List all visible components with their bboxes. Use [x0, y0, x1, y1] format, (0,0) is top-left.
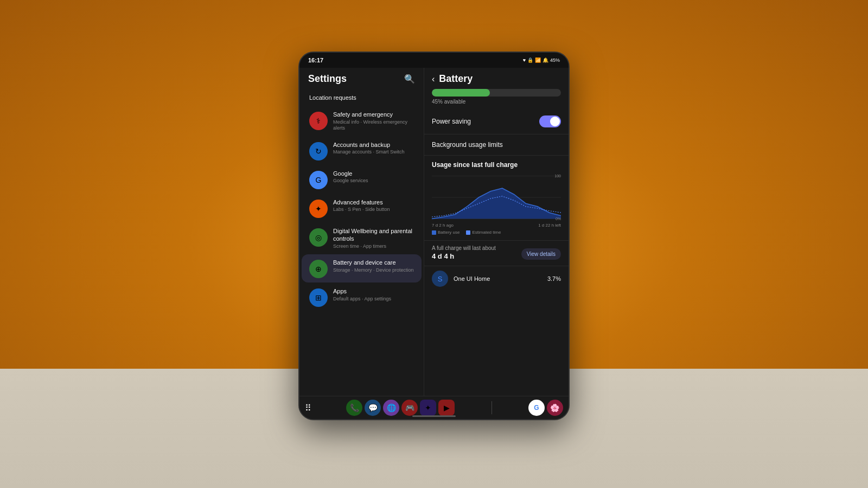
- sidebar-item-location[interactable]: Location requests: [302, 89, 422, 106]
- item-title-google: Google: [333, 170, 414, 177]
- battery-panel: ‹ Battery 45% available Power saving: [424, 68, 569, 396]
- dock-divider: [492, 401, 492, 414]
- screen-content: Settings 🔍 Location requests ⚕ Safe: [299, 68, 569, 396]
- background-usage-label: Background usage limits: [432, 141, 503, 149]
- settings-header: Settings 🔍: [299, 68, 424, 89]
- legend-label-estimated: Estimated time: [472, 230, 501, 235]
- status-time: 16:17: [308, 57, 323, 63]
- battery-bar-fill: [432, 89, 490, 97]
- settings-panel: Settings 🔍 Location requests ⚕ Safe: [299, 68, 424, 396]
- legend-dot-battery: [432, 230, 436, 235]
- sound-icon: 🔔: [542, 57, 548, 63]
- item-text-accounts: Accounts and backup Manage accounts · Sm…: [333, 141, 414, 156]
- item-title-safety: Safety and emergency: [333, 111, 414, 118]
- settings-list: Location requests ⚕ Safety and emergency…: [299, 89, 424, 396]
- chart-svg: [432, 173, 561, 222]
- battery-icon: ⊕: [309, 260, 328, 278]
- item-title-digital-wellbeing: Digital Wellbeing and parental controls: [333, 227, 414, 243]
- item-subtitle-apps: Default apps · App settings: [333, 296, 414, 303]
- phone-wrapper: 16:17 ♥ 🔒 📶 🔔 45% Settings 🔍: [298, 52, 570, 420]
- sidebar-item-accounts[interactable]: ↻ Accounts and backup Manage accounts · …: [302, 137, 422, 165]
- app-usage-item-oneui[interactable]: S One UI Home 3.7%: [424, 266, 569, 291]
- dock-apps: 📞 💬 🌐 🎮 ✦ ▶: [346, 400, 455, 416]
- dock-apps-right: G 🌸: [528, 400, 563, 416]
- item-subtitle-battery: Storage · Memory · Device protection: [333, 267, 414, 274]
- item-title-apps: Apps: [333, 287, 414, 295]
- status-bar: 16:17 ♥ 🔒 📶 🔔 45%: [299, 53, 569, 68]
- full-charge-section: A full charge will last about 4 d 4 h Vi…: [424, 240, 569, 266]
- oneui-app-name: One UI Home: [454, 275, 542, 282]
- chart-x-start: 7 d 2 h ago: [432, 223, 454, 228]
- back-button[interactable]: ‹: [432, 74, 435, 84]
- battery-available-label: 45% available: [432, 99, 561, 105]
- item-text-safety: Safety and emergency Medical info · Wire…: [333, 111, 414, 132]
- chart-y-max: 100: [554, 174, 561, 178]
- power-saving-label: Power saving: [432, 118, 471, 125]
- usage-section: Usage since last full charge 100: [424, 156, 569, 240]
- sidebar-item-advanced[interactable]: ✦ Advanced features Labs · S Pen · Side …: [302, 194, 422, 222]
- battery-progress-section: 45% available: [424, 89, 569, 109]
- apps-icon: ⊞: [309, 288, 328, 307]
- signal-icon: 📶: [535, 57, 541, 63]
- battery-percent-indicator: 45%: [550, 57, 560, 63]
- heart-icon: ♥: [523, 57, 526, 63]
- view-details-button[interactable]: View details: [521, 248, 561, 260]
- battery-chart: 100 0%: [432, 173, 561, 222]
- sidebar-item-apps[interactable]: ⊞ Apps Default apps · App settings: [302, 283, 422, 311]
- battery-panel-title: Battery: [439, 73, 473, 85]
- sidebar-item-google[interactable]: G Google Google services: [302, 165, 422, 194]
- google-icon: G: [309, 171, 328, 189]
- dock-google-app[interactable]: G: [528, 400, 545, 416]
- item-text-location: Location requests: [309, 94, 414, 101]
- chart-legend: Battery use Estimated time: [432, 230, 561, 235]
- item-title-location: Location requests: [309, 94, 414, 101]
- safety-icon: ⚕: [309, 112, 328, 130]
- item-subtitle-safety: Medical info · Wireless emergency alerts: [333, 119, 414, 132]
- usage-section-title: Usage since last full charge: [432, 161, 561, 169]
- dock-messages-app[interactable]: 💬: [365, 400, 381, 416]
- item-subtitle-advanced: Labs · S Pen · Side button: [333, 207, 414, 213]
- chart-x-end: 1 d 22 h left: [538, 223, 561, 228]
- home-indicator: [412, 415, 456, 417]
- settings-title: Settings: [308, 73, 347, 85]
- dock-browser-app[interactable]: 🌐: [383, 400, 399, 416]
- dock-extra2-app[interactable]: ▶: [438, 400, 455, 416]
- phone: 16:17 ♥ 🔒 📶 🔔 45% Settings 🔍: [298, 52, 570, 420]
- search-button[interactable]: 🔍: [404, 74, 415, 84]
- advanced-icon: ✦: [309, 200, 328, 218]
- item-title-advanced: Advanced features: [333, 198, 414, 206]
- item-subtitle-google: Google services: [333, 178, 414, 184]
- dock-extra1-app[interactable]: ✦: [420, 400, 436, 416]
- legend-estimated: Estimated time: [466, 230, 501, 235]
- accounts-icon: ↻: [309, 142, 328, 160]
- chart-labels: 7 d 2 h ago 1 d 22 h left: [432, 223, 561, 228]
- dock-phone-app[interactable]: 📞: [346, 400, 362, 416]
- legend-label-battery: Battery use: [438, 230, 459, 235]
- dock-store-app[interactable]: 🎮: [401, 400, 418, 416]
- sidebar-item-digital-wellbeing[interactable]: ◎ Digital Wellbeing and parental control…: [302, 223, 422, 254]
- chart-y-min: 0%: [556, 217, 561, 221]
- item-subtitle-accounts: Manage accounts · Smart Switch: [333, 149, 414, 156]
- item-title-accounts: Accounts and backup: [333, 141, 414, 149]
- legend-dot-estimated: [466, 230, 470, 235]
- oneui-app-percent: 3.7%: [547, 275, 561, 282]
- background-usage-option[interactable]: Background usage limits: [424, 134, 569, 156]
- item-text-google: Google Google services: [333, 170, 414, 184]
- dock-photo-app[interactable]: 🌸: [547, 400, 563, 416]
- sidebar-item-safety[interactable]: ⚕ Safety and emergency Medical info · Wi…: [302, 106, 422, 136]
- battery-header: ‹ Battery: [424, 68, 569, 89]
- item-subtitle-digital-wellbeing: Screen time · App timers: [333, 243, 414, 250]
- legend-battery-use: Battery use: [432, 230, 459, 235]
- item-text-apps: Apps Default apps · App settings: [333, 287, 414, 302]
- item-text-advanced: Advanced features Labs · S Pen · Side bu…: [333, 198, 414, 213]
- sidebar-item-battery[interactable]: ⊕ Battery and device care Storage · Memo…: [302, 254, 422, 282]
- item-text-digital-wellbeing: Digital Wellbeing and parental controls …: [333, 227, 414, 249]
- item-title-battery: Battery and device care: [333, 259, 414, 266]
- power-saving-toggle[interactable]: [539, 115, 561, 127]
- battery-bar-track: [432, 89, 561, 97]
- lock-icon: 🔒: [527, 57, 533, 63]
- app-drawer-button[interactable]: ⠿: [305, 403, 311, 413]
- status-icons: ♥ 🔒 📶 🔔 45%: [523, 57, 560, 63]
- power-saving-option[interactable]: Power saving: [424, 109, 569, 134]
- digital-wellbeing-icon: ◎: [309, 228, 328, 247]
